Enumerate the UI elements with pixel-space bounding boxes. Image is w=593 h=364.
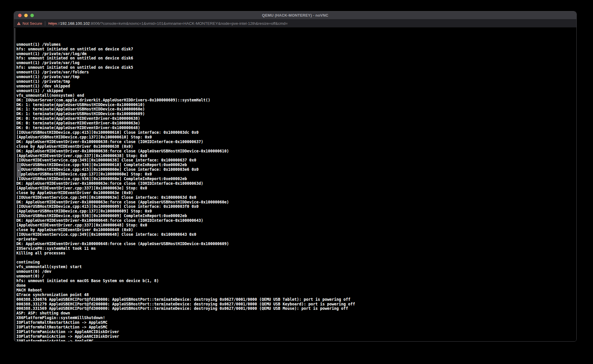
terminal-line: unmount(0) / xyxy=(16,274,576,279)
window-title: QEMU (HACK-MONTEREY) - noVNC xyxy=(262,13,328,17)
terminal-line: unmount(1) /private/var/log/dm xyxy=(16,52,576,56)
terminal-line: close by AppleUserHIDEventDriver 0x10000… xyxy=(16,191,576,195)
terminal-line: DK: IOUserServer(com.apple.driverkit.App… xyxy=(16,98,576,103)
terminal-line: Killing all processes xyxy=(16,251,576,256)
terminal-line: 000388.330876 AppleUSBEHCIPort@fd100000:… xyxy=(16,297,576,302)
terminal-line: [AppleUserHIDEventDriver.cpp:337][0x1000… xyxy=(16,154,576,158)
framebuffer-left-edge xyxy=(15,28,15,341)
terminal-line: [IOUserUSBHostHIDDevice.cpp:936][0x10000… xyxy=(16,177,576,181)
url-scheme: https xyxy=(48,21,57,26)
terminal-line: [IOUserUSBHostHIDDevice.cpp:415][0x10000… xyxy=(16,204,576,209)
zoom-button[interactable] xyxy=(30,14,34,17)
terminal-line: [IOUserUSBHostHIDDevice.cpp:415][0x10000… xyxy=(16,130,576,135)
terminal-line: DK: AppleUserHIDEventDriver-0x100000648:… xyxy=(16,218,576,223)
minimize-button[interactable] xyxy=(24,14,28,17)
terminal-line: done xyxy=(16,283,576,288)
terminal-line: hfs: unmount initiated on untitled on de… xyxy=(16,47,576,52)
terminal-line xyxy=(16,255,576,260)
novnc-control-bar-handle[interactable]: ▸ xyxy=(17,163,21,177)
terminal-line: 000388.331569 AppleUSBEHCIPort@fd300000:… xyxy=(16,306,576,311)
terminal-line: [AppleUserUSBHostHIDDevice.cpp:137][0x10… xyxy=(16,209,576,214)
terminal-line: [AppleUserHIDEventDriver.cpp:337][0x1000… xyxy=(16,223,576,228)
terminal-line: hfs: unmount initiated on untitled on de… xyxy=(16,56,576,61)
terminal-line: MACH Reboot xyxy=(16,288,576,293)
terminal-line: DK: 1: terminate(AppleUserUSBHostHIDDevi… xyxy=(16,103,576,107)
terminal-line: [AppleUserHIDEventDriver.cpp:337][0x1000… xyxy=(16,186,576,191)
terminal-line: [IOUserUSBHostHIDDevice.cpp:415][0x10000… xyxy=(16,167,576,172)
terminal-line: IOPlatformHaltRestartAction -> AppleSMC xyxy=(16,320,576,325)
terminal-line: hfs: unmount initiated on untitled on de… xyxy=(16,65,576,70)
terminal-line: [IOUserUSBHostHIDDevice.cpp:936][0x10000… xyxy=(16,214,576,218)
terminal-line: DK: AppleUserHIDEventDriver-0x10000063e:… xyxy=(16,200,576,205)
terminal-line: unmount(0) /dev xyxy=(16,269,576,274)
terminal-line: DK: 1: terminate(AppleUserUSBHostHIDDevi… xyxy=(16,112,576,116)
terminal-line: [IOUserHIDEventService.cpp:349][0x100000… xyxy=(16,158,576,163)
vnc-console-screen[interactable]: unmount(1) /Volumeshfs: unmount initiate… xyxy=(14,27,576,341)
terminal-line: vfs_unmountall(nonsystem) end xyxy=(16,93,576,98)
terminal-line: unmount(1) /private/var/folders xyxy=(16,70,576,75)
terminal-line: IOPlatformHaltRestartAction -> AppleSMC xyxy=(16,325,576,330)
terminal-line: unmount(1) /Volumes xyxy=(16,42,576,47)
terminal-line: IOServicePH::systemHalt took 11 ms xyxy=(16,246,576,251)
terminal-line: unmount(1) /private/tmp xyxy=(16,79,576,84)
terminal-line: close by AppleUserHIDEventDriver 0x10000… xyxy=(16,228,576,232)
url-delimiter: :// xyxy=(57,21,60,26)
terminal-line: [IOUserUSBHostHIDDevice.cpp:936][0x10000… xyxy=(16,163,576,167)
terminal-line: unmount(1) /dev skipped xyxy=(16,84,576,89)
terminal-line: DK: 0: terminate(AppleUserHIDEventDriver… xyxy=(16,121,576,126)
terminal-line: DK: 1: terminate(AppleUserUSBHostHIDDevi… xyxy=(16,107,576,112)
browser-window: QEMU (HACK-MONTEREY) - noVNC Not Secure … xyxy=(14,11,577,342)
terminal-line: [AppleUserUSBHostHIDDevice.cpp:137][0x10… xyxy=(16,172,576,177)
url-host: 192.168.100.102 xyxy=(60,21,90,26)
terminal-line: IOPlatformPanicAction -> AppleAHCIDiskDr… xyxy=(16,334,576,339)
close-button[interactable] xyxy=(18,14,22,17)
terminal-line: DK: AppleUserHIDEventDriver-0x10000063e:… xyxy=(16,181,576,186)
terminal-line: unmount(1) /private/var/tmp xyxy=(16,75,576,79)
url-field[interactable]: https://192.168.100.102:8006/?console=kv… xyxy=(48,21,288,26)
chevron-right-icon: ▸ xyxy=(18,169,20,172)
terminal-line: vfs_unmountall(system) start xyxy=(16,265,576,269)
terminal-line: close by AppleUserHIDEventDriver 0x10000… xyxy=(16,144,576,149)
terminal-line: IOPlatformPanicAction -> AppleSMC xyxy=(16,339,576,342)
terminal-line: [IOUserHIDEventService.cpp:349][0x100000… xyxy=(16,195,576,200)
terminal-line: DK: 0: terminate(AppleUserHIDEventDriver… xyxy=(16,126,576,130)
console-log: unmount(1) /Volumeshfs: unmount initiate… xyxy=(14,27,576,342)
terminal-line: DK: AppleUserHIDEventDriver-0x100000638:… xyxy=(16,140,576,144)
terminal-line: IOPlatformPanicAction -> AppleAHCIDiskDr… xyxy=(16,330,576,334)
terminal-line: GTrace synchronization point 48 xyxy=(16,293,576,297)
terminal-line: DK: AppleUserHIDEventDriver-0x100000638:… xyxy=(16,149,576,154)
terminal-line: [IOUserHIDEventService.cpp:349][0x100000… xyxy=(16,232,576,237)
terminal-line: [AppleUserUSBHostHIDDevice.cpp:137][0x10… xyxy=(16,135,576,140)
traffic-lights xyxy=(18,14,34,17)
terminal-line: 000388.331279 AppleUSBEHCIPort@fd200000:… xyxy=(16,302,576,307)
terminal-line: <private> xyxy=(16,237,576,242)
terminal-line: DK: AppleUserHIDEventDriver-0x100000648:… xyxy=(16,242,576,246)
window-titlebar[interactable]: QEMU (HACK-MONTEREY) - noVNC xyxy=(14,11,576,20)
not-secure-warning-icon[interactable] xyxy=(17,22,21,25)
url-path-query: :8006/?console=kvm&novnc=1&vmid=101&vmna… xyxy=(90,21,287,26)
security-status-label[interactable]: Not Secure xyxy=(22,21,42,26)
urlbar-divider xyxy=(45,21,45,26)
terminal-line: unmount(1) / skipped xyxy=(16,89,576,93)
address-bar[interactable]: Not Secure https://192.168.100.102:8006/… xyxy=(14,20,576,28)
terminal-line: hfs: unmount initiated on macOS Base Sys… xyxy=(16,279,576,283)
terminal-line: unmount(1) /private/var/log xyxy=(16,61,576,65)
terminal-line: ASP: ASP: shutting down xyxy=(16,311,576,316)
terminal-line: DK: 0: terminate(AppleUserHIDEventDriver… xyxy=(16,116,576,121)
terminal-line: continuing xyxy=(16,260,576,265)
terminal-line: X86PlatformPlugin::systemWillShutdown! xyxy=(16,316,576,320)
